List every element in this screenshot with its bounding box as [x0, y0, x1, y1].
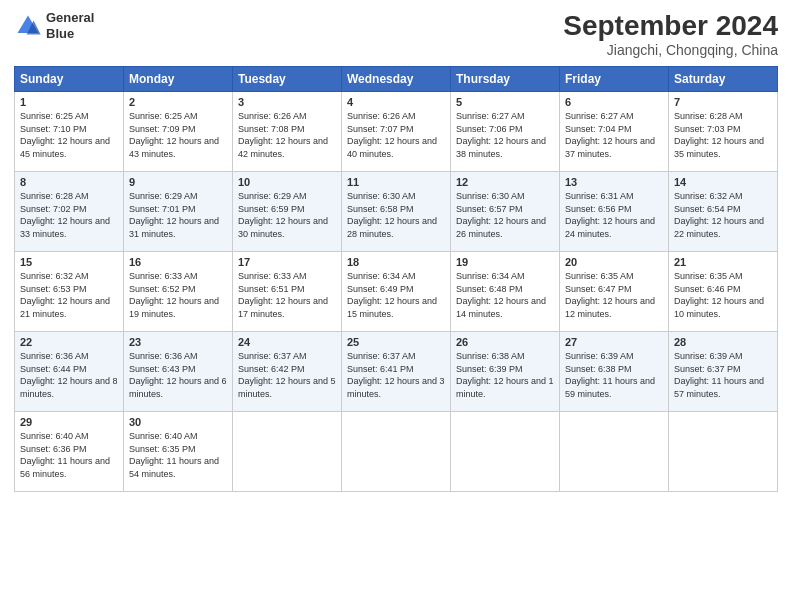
table-cell: 13 Sunrise: 6:31 AM Sunset: 6:56 PM Dayl… [560, 172, 669, 252]
day-number: 8 [20, 176, 118, 188]
day-number: 10 [238, 176, 336, 188]
table-cell: 2 Sunrise: 6:25 AM Sunset: 7:09 PM Dayli… [124, 92, 233, 172]
day-info: Sunrise: 6:36 AM Sunset: 6:44 PM Dayligh… [20, 350, 118, 400]
day-number: 29 [20, 416, 118, 428]
month-title: September 2024 [563, 10, 778, 42]
day-number: 16 [129, 256, 227, 268]
table-row: 15 Sunrise: 6:32 AM Sunset: 6:53 PM Dayl… [15, 252, 778, 332]
day-info: Sunrise: 6:25 AM Sunset: 7:09 PM Dayligh… [129, 110, 227, 160]
table-cell: 1 Sunrise: 6:25 AM Sunset: 7:10 PM Dayli… [15, 92, 124, 172]
day-number: 23 [129, 336, 227, 348]
table-cell: 7 Sunrise: 6:28 AM Sunset: 7:03 PM Dayli… [669, 92, 778, 172]
day-number: 30 [129, 416, 227, 428]
location: Jiangchi, Chongqing, China [563, 42, 778, 58]
table-cell: 26 Sunrise: 6:38 AM Sunset: 6:39 PM Dayl… [451, 332, 560, 412]
day-number: 19 [456, 256, 554, 268]
day-info: Sunrise: 6:33 AM Sunset: 6:52 PM Dayligh… [129, 270, 227, 320]
table-cell: 19 Sunrise: 6:34 AM Sunset: 6:48 PM Dayl… [451, 252, 560, 332]
calendar-container: General Blue September 2024 Jiangchi, Ch… [0, 0, 792, 612]
table-row: 8 Sunrise: 6:28 AM Sunset: 7:02 PM Dayli… [15, 172, 778, 252]
day-number: 1 [20, 96, 118, 108]
table-cell: 15 Sunrise: 6:32 AM Sunset: 6:53 PM Dayl… [15, 252, 124, 332]
table-cell: 24 Sunrise: 6:37 AM Sunset: 6:42 PM Dayl… [233, 332, 342, 412]
table-cell: 11 Sunrise: 6:30 AM Sunset: 6:58 PM Dayl… [342, 172, 451, 252]
day-number: 9 [129, 176, 227, 188]
day-info: Sunrise: 6:26 AM Sunset: 7:07 PM Dayligh… [347, 110, 445, 160]
table-cell: 22 Sunrise: 6:36 AM Sunset: 6:44 PM Dayl… [15, 332, 124, 412]
day-number: 13 [565, 176, 663, 188]
col-sunday: Sunday [15, 67, 124, 92]
day-info: Sunrise: 6:34 AM Sunset: 6:49 PM Dayligh… [347, 270, 445, 320]
col-thursday: Thursday [451, 67, 560, 92]
day-info: Sunrise: 6:27 AM Sunset: 7:06 PM Dayligh… [456, 110, 554, 160]
day-info: Sunrise: 6:39 AM Sunset: 6:38 PM Dayligh… [565, 350, 663, 400]
col-monday: Monday [124, 67, 233, 92]
table-cell: 28 Sunrise: 6:39 AM Sunset: 6:37 PM Dayl… [669, 332, 778, 412]
day-number: 25 [347, 336, 445, 348]
table-row: 1 Sunrise: 6:25 AM Sunset: 7:10 PM Dayli… [15, 92, 778, 172]
col-tuesday: Tuesday [233, 67, 342, 92]
table-cell: 10 Sunrise: 6:29 AM Sunset: 6:59 PM Dayl… [233, 172, 342, 252]
day-number: 2 [129, 96, 227, 108]
day-info: Sunrise: 6:26 AM Sunset: 7:08 PM Dayligh… [238, 110, 336, 160]
day-info: Sunrise: 6:40 AM Sunset: 6:36 PM Dayligh… [20, 430, 118, 480]
table-cell: 25 Sunrise: 6:37 AM Sunset: 6:41 PM Dayl… [342, 332, 451, 412]
day-info: Sunrise: 6:32 AM Sunset: 6:54 PM Dayligh… [674, 190, 772, 240]
table-cell: 12 Sunrise: 6:30 AM Sunset: 6:57 PM Dayl… [451, 172, 560, 252]
logo-icon [14, 12, 42, 40]
day-info: Sunrise: 6:30 AM Sunset: 6:58 PM Dayligh… [347, 190, 445, 240]
logo-line1: General [46, 10, 94, 26]
day-number: 15 [20, 256, 118, 268]
day-info: Sunrise: 6:35 AM Sunset: 6:46 PM Dayligh… [674, 270, 772, 320]
day-number: 14 [674, 176, 772, 188]
day-number: 17 [238, 256, 336, 268]
col-wednesday: Wednesday [342, 67, 451, 92]
day-info: Sunrise: 6:31 AM Sunset: 6:56 PM Dayligh… [565, 190, 663, 240]
day-info: Sunrise: 6:35 AM Sunset: 6:47 PM Dayligh… [565, 270, 663, 320]
table-cell: 6 Sunrise: 6:27 AM Sunset: 7:04 PM Dayli… [560, 92, 669, 172]
day-info: Sunrise: 6:39 AM Sunset: 6:37 PM Dayligh… [674, 350, 772, 400]
day-info: Sunrise: 6:34 AM Sunset: 6:48 PM Dayligh… [456, 270, 554, 320]
day-info: Sunrise: 6:27 AM Sunset: 7:04 PM Dayligh… [565, 110, 663, 160]
table-cell: 20 Sunrise: 6:35 AM Sunset: 6:47 PM Dayl… [560, 252, 669, 332]
day-info: Sunrise: 6:38 AM Sunset: 6:39 PM Dayligh… [456, 350, 554, 400]
col-friday: Friday [560, 67, 669, 92]
table-row: 22 Sunrise: 6:36 AM Sunset: 6:44 PM Dayl… [15, 332, 778, 412]
logo: General Blue [14, 10, 94, 41]
logo-line2: Blue [46, 26, 94, 42]
day-info: Sunrise: 6:28 AM Sunset: 7:02 PM Dayligh… [20, 190, 118, 240]
day-number: 12 [456, 176, 554, 188]
day-info: Sunrise: 6:29 AM Sunset: 6:59 PM Dayligh… [238, 190, 336, 240]
day-info: Sunrise: 6:28 AM Sunset: 7:03 PM Dayligh… [674, 110, 772, 160]
day-info: Sunrise: 6:30 AM Sunset: 6:57 PM Dayligh… [456, 190, 554, 240]
day-number: 7 [674, 96, 772, 108]
day-number: 21 [674, 256, 772, 268]
table-row: 29 Sunrise: 6:40 AM Sunset: 6:36 PM Dayl… [15, 412, 778, 492]
table-cell: 21 Sunrise: 6:35 AM Sunset: 6:46 PM Dayl… [669, 252, 778, 332]
table-cell [451, 412, 560, 492]
day-number: 22 [20, 336, 118, 348]
day-number: 24 [238, 336, 336, 348]
day-info: Sunrise: 6:40 AM Sunset: 6:35 PM Dayligh… [129, 430, 227, 480]
table-cell [342, 412, 451, 492]
col-saturday: Saturday [669, 67, 778, 92]
header-row: Sunday Monday Tuesday Wednesday Thursday… [15, 67, 778, 92]
table-cell [560, 412, 669, 492]
table-cell: 9 Sunrise: 6:29 AM Sunset: 7:01 PM Dayli… [124, 172, 233, 252]
table-cell [233, 412, 342, 492]
day-info: Sunrise: 6:33 AM Sunset: 6:51 PM Dayligh… [238, 270, 336, 320]
day-number: 11 [347, 176, 445, 188]
table-cell: 29 Sunrise: 6:40 AM Sunset: 6:36 PM Dayl… [15, 412, 124, 492]
day-number: 3 [238, 96, 336, 108]
table-cell [669, 412, 778, 492]
day-number: 18 [347, 256, 445, 268]
table-cell: 16 Sunrise: 6:33 AM Sunset: 6:52 PM Dayl… [124, 252, 233, 332]
day-number: 26 [456, 336, 554, 348]
day-number: 5 [456, 96, 554, 108]
table-cell: 8 Sunrise: 6:28 AM Sunset: 7:02 PM Dayli… [15, 172, 124, 252]
table-cell: 4 Sunrise: 6:26 AM Sunset: 7:07 PM Dayli… [342, 92, 451, 172]
table-cell: 14 Sunrise: 6:32 AM Sunset: 6:54 PM Dayl… [669, 172, 778, 252]
day-number: 20 [565, 256, 663, 268]
table-cell: 23 Sunrise: 6:36 AM Sunset: 6:43 PM Dayl… [124, 332, 233, 412]
table-cell: 27 Sunrise: 6:39 AM Sunset: 6:38 PM Dayl… [560, 332, 669, 412]
